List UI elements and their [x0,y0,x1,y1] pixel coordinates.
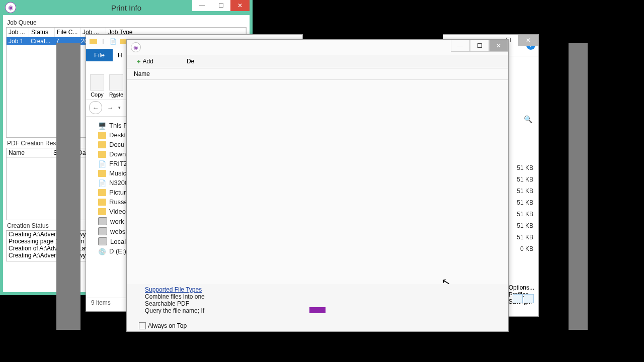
file-size-column: 51 KB 51 KB 51 KB 51 KB 51 KB 51 KB 51 K… [517,164,533,257]
dialog-title: Print Info [111,4,141,12]
back-button[interactable]: ← [89,101,102,114]
nav-label: Down [109,150,126,158]
add-label: Add [143,58,153,65]
progress-bar [309,307,326,313]
list-header-name[interactable]: Name [127,68,508,80]
nav-label: Russe [109,198,128,206]
size-cell: 51 KB [517,188,533,199]
size-cell: 51 KB [517,234,533,245]
close-button[interactable]: ✕ [518,35,538,46]
properties-icon[interactable]: 📄 [109,37,117,45]
bg-block-right [569,43,588,330]
dialog-titlebar: ◉ Print Info — ☐ ✕ [3,0,250,15]
tiles-view-icon[interactable] [524,294,534,303]
col-job[interactable]: Job ... [7,28,29,37]
nav-label: Local [110,238,126,245]
search-icon[interactable]: 🔍 [524,115,532,123]
size-cell: 0 KB [517,245,533,257]
delete-button[interactable]: De [187,58,194,65]
options-link[interactable]: Options... [509,284,534,291]
nav-label: Docu [109,141,124,148]
nav-label: work [110,218,124,225]
size-cell: 51 KB [517,199,533,211]
col-name[interactable]: Name [7,148,51,157]
maximize-button[interactable]: ☐ [470,40,489,52]
home-tab[interactable]: H [113,49,127,61]
col-status[interactable]: Status [29,28,55,37]
close-button[interactable]: ✕ [230,0,250,11]
always-on-top-checkbox[interactable]: Always on Top [132,322,503,329]
close-button[interactable]: ✕ [489,40,508,52]
nav-label: Pictur [109,189,126,196]
bg-block-left [56,43,80,330]
maximize-button[interactable]: ☐ [211,0,230,11]
qat-separator: | [99,37,107,45]
window-buttons: — ☐ ✕ [451,40,508,52]
job-queue-label: Job Queue [7,19,247,26]
checkbox-icon[interactable] [139,322,146,329]
col-filec[interactable]: File C... [55,28,80,37]
history-dropdown-icon[interactable]: ▾ [118,105,121,110]
app-icon: ◉ [131,42,141,52]
size-cell: 51 KB [517,176,533,188]
nav-label: N3200 [109,179,128,187]
paste-button[interactable]: Paste [109,63,123,98]
app-bottom-panel: Supported File Types Combine files into … [127,284,508,331]
supported-file-types-link[interactable]: Supported File Types [132,286,503,293]
forward-button[interactable]: → [104,102,116,114]
nav-label: Video [109,208,126,215]
file-tab[interactable]: File [86,49,113,61]
dialog-icon: ◉ [5,2,16,13]
app-toolbar: Add De [127,55,508,68]
copy-label: Copy [91,92,104,98]
nav-label: D (E:) [109,247,126,255]
details-view-icon[interactable] [513,294,523,303]
searchable-pdf-label: Searchable PDF [132,300,503,307]
size-cell: 51 KB [517,164,533,176]
add-button[interactable]: Add [134,57,156,66]
always-on-top-label: Always on Top [148,322,187,329]
copy-button[interactable]: Copy [90,63,104,98]
nav-label: Music [109,169,126,177]
view-icons [513,294,534,303]
folder-icon [89,37,97,45]
nav-label: Deskt [109,131,126,139]
minimize-button[interactable]: — [451,40,470,52]
combine-option-label: Combine files into one [132,293,503,300]
size-cell: 51 KB [517,211,533,222]
cell-job: Job 1 [7,37,29,45]
nav-label: websi [110,228,127,235]
cell-status: Creat... [29,37,54,45]
size-cell: 51 KB [517,222,533,234]
minimize-button[interactable]: — [192,0,211,11]
pdf-app-window: ◉ — ☐ ✕ Add De Name Supported File Types… [126,39,509,332]
window-buttons: — ☐ ✕ [192,0,250,11]
nav-label: FRITZ [109,160,128,167]
